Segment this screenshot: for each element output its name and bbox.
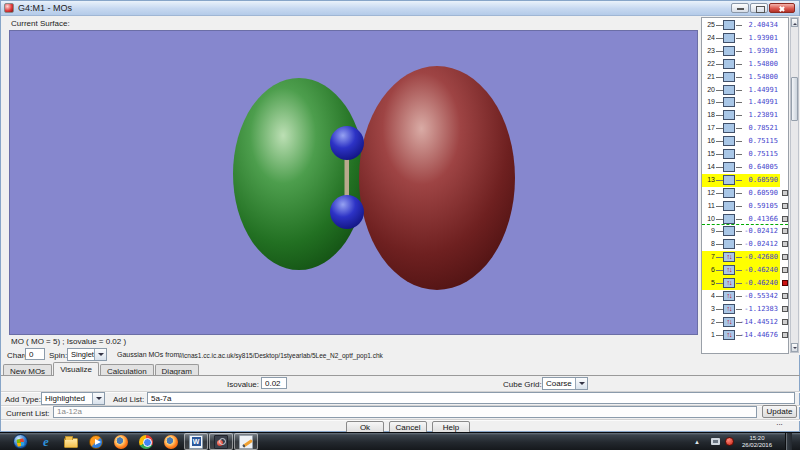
show-desktop-button[interactable]	[785, 433, 792, 450]
internet-explorer-taskbar-button[interactable]: e	[34, 433, 58, 450]
mo-surface-marker[interactable]	[782, 216, 788, 222]
mo-level-box[interactable]	[723, 46, 735, 56]
word-taskbar-button[interactable]	[184, 433, 208, 450]
mo-row[interactable]: 150.75115	[702, 148, 780, 161]
mo-level-box[interactable]: ↑↓	[723, 252, 735, 262]
isovalue-input[interactable]	[261, 377, 287, 389]
mo-surface-marker[interactable]	[782, 332, 788, 338]
mo-level-box[interactable]	[723, 20, 735, 30]
mo-surface-marker[interactable]	[782, 280, 788, 286]
minimize-button-icon[interactable]	[731, 3, 749, 13]
mo-row[interactable]: 4↑↓-0.55342	[702, 290, 780, 303]
mo-level-box[interactable]	[723, 72, 735, 82]
display-tray-icon[interactable]	[711, 438, 720, 445]
mo-row[interactable]: 120.60590	[702, 187, 780, 200]
mo-level-box[interactable]	[723, 188, 735, 198]
mo-level-box[interactable]: ↑↓	[723, 304, 735, 314]
start-orb-taskbar-button[interactable]	[8, 433, 32, 450]
mo-surface-marker[interactable]	[782, 267, 788, 273]
mo-level-box[interactable]	[723, 214, 735, 224]
mo-level-box[interactable]	[723, 149, 735, 159]
mo-level-box[interactable]: ↑↓	[723, 317, 735, 327]
mo-row[interactable]: 6↑↓-0.46240	[702, 264, 780, 277]
mo-row[interactable]: 110.59105	[702, 200, 780, 213]
mo-3d-viewport[interactable]	[9, 30, 698, 335]
mo-level-box[interactable]	[723, 97, 735, 107]
gaussview-taskbar-button[interactable]	[209, 433, 233, 450]
mo-row[interactable]: 160.75115	[702, 135, 780, 148]
mo-row[interactable]: 7↑↓-0.42680	[702, 251, 780, 264]
spin-select[interactable]: Singlet	[67, 348, 107, 361]
mo-surface-marker[interactable]	[782, 203, 788, 209]
chevron-down-icon[interactable]	[92, 393, 104, 404]
mo-level-box[interactable]	[723, 123, 735, 133]
mo-row[interactable]: 231.93901	[702, 45, 780, 58]
media-player-taskbar-button[interactable]	[84, 433, 108, 450]
current-list-input[interactable]	[53, 406, 757, 418]
paint-taskbar-button[interactable]	[234, 433, 258, 450]
mo-row[interactable]: 3↑↓-1.12383	[702, 303, 780, 316]
add-list-input[interactable]	[147, 392, 795, 404]
mo-level-box[interactable]	[723, 239, 735, 249]
chevron-down-icon[interactable]	[575, 378, 587, 389]
mo-row[interactable]: 181.23891	[702, 109, 780, 122]
mo-row[interactable]: 5↑↓-0.46240	[702, 277, 780, 290]
scroll-down-icon[interactable]	[791, 343, 798, 352]
charge-input[interactable]	[25, 348, 45, 360]
windows-explorer-taskbar-button[interactable]	[59, 433, 83, 450]
maximize-button-icon[interactable]	[750, 3, 768, 13]
mo-row[interactable]: 1↑↓-14.44676	[702, 329, 780, 342]
mo-level-box[interactable]: ↑↓	[723, 265, 735, 275]
mo-list-scrollbar[interactable]	[790, 17, 799, 353]
mo-row[interactable]: 191.44991	[702, 96, 780, 109]
mo-level-box[interactable]	[723, 110, 735, 120]
mo-surface-marker[interactable]	[782, 306, 788, 312]
mo-row[interactable]: 9-0.02412	[702, 225, 780, 238]
level-tick	[716, 51, 723, 52]
mo-level-box[interactable]	[723, 59, 735, 69]
clock[interactable]: 15:20 26/02/2016	[736, 435, 778, 449]
mo-level-box[interactable]	[723, 162, 735, 172]
mo-level-box[interactable]	[723, 201, 735, 211]
mo-row[interactable]: 211.54800	[702, 71, 780, 84]
mo-level-box[interactable]: ↑↓	[723, 291, 735, 301]
mo-level-box[interactable]	[723, 85, 735, 95]
mo-surface-marker[interactable]	[782, 241, 788, 247]
mo-level-box[interactable]	[723, 33, 735, 43]
update-button[interactable]: Update ...	[762, 405, 797, 418]
add-type-select[interactable]: Highlighted	[41, 392, 105, 405]
mo-level-box[interactable]	[723, 226, 735, 236]
mo-row[interactable]: 241.93901	[702, 32, 780, 45]
mo-surface-marker[interactable]	[782, 254, 788, 260]
mo-level-box[interactable]: ↑↓	[723, 330, 735, 340]
mo-surface-marker[interactable]	[782, 293, 788, 299]
scroll-up-icon[interactable]	[791, 18, 798, 27]
scrollbar-thumb[interactable]	[791, 77, 798, 121]
chevron-down-icon[interactable]	[94, 349, 106, 360]
mo-surface-marker[interactable]	[782, 319, 788, 325]
mo-row[interactable]: 221.54800	[702, 58, 780, 71]
mo-level-box[interactable]	[723, 136, 735, 146]
close-button-icon[interactable]	[769, 3, 795, 13]
mo-energy: -0.46240	[740, 266, 778, 274]
mo-row[interactable]: 8-0.02412	[702, 238, 780, 251]
mo-row[interactable]: 252.40434	[702, 19, 780, 32]
mo-energy: -0.55342	[740, 292, 778, 300]
firefox-2-taskbar-button[interactable]	[159, 433, 183, 450]
mo-level-box[interactable]: ↑↓	[723, 278, 735, 288]
action-center-icon[interactable]	[725, 437, 734, 446]
tab-visualize[interactable]: Visualize	[53, 362, 99, 376]
mo-row[interactable]: 201.44991	[702, 84, 780, 97]
mo-surface-marker[interactable]	[782, 190, 788, 196]
mo-row[interactable]: 140.64005	[702, 161, 780, 174]
hidden-icons-icon[interactable]: ▲	[694, 439, 700, 445]
mo-level-box[interactable]	[723, 175, 735, 185]
cube-grid-select[interactable]: Coarse	[542, 377, 588, 390]
mo-row[interactable]: 2↑↓-14.44512	[702, 316, 780, 329]
mo-row[interactable]: 170.78521	[702, 122, 780, 135]
mo-row[interactable]: 130.60590	[702, 174, 780, 187]
firefox-taskbar-button[interactable]	[109, 433, 133, 450]
chrome-taskbar-button[interactable]	[134, 433, 158, 450]
mo-surface-marker[interactable]	[782, 228, 788, 234]
titlebar[interactable]: G4:M1 - MOs	[1, 1, 799, 16]
